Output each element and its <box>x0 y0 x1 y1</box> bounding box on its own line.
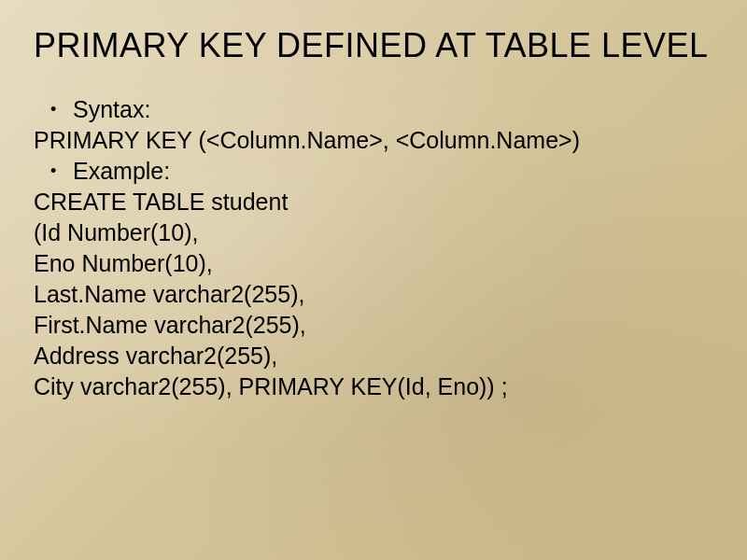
bullet-example: Example: <box>34 156 713 187</box>
slide-title: PRIMARY KEY DEFINED AT TABLE LEVEL <box>34 26 713 64</box>
slide-container: PRIMARY KEY DEFINED AT TABLE LEVEL Synta… <box>0 0 747 560</box>
example-line-4: Last.Name varchar2(255), <box>34 279 713 310</box>
slide-body: Syntax: PRIMARY KEY (<Column.Name>, <Col… <box>34 94 713 402</box>
example-line-2: (Id Number(10), <box>34 217 713 248</box>
example-line-7: City varchar2(255), PRIMARY KEY(Id, Eno)… <box>34 371 713 402</box>
example-line-1: CREATE TABLE student <box>34 187 713 217</box>
example-line-5: First.Name varchar2(255), <box>34 310 713 341</box>
bullet-syntax: Syntax: <box>34 94 713 125</box>
example-line-6: Address varchar2(255), <box>34 341 713 371</box>
example-line-3: Eno Number(10), <box>34 248 713 279</box>
syntax-code: PRIMARY KEY (<Column.Name>, <Column.Name… <box>34 125 713 156</box>
